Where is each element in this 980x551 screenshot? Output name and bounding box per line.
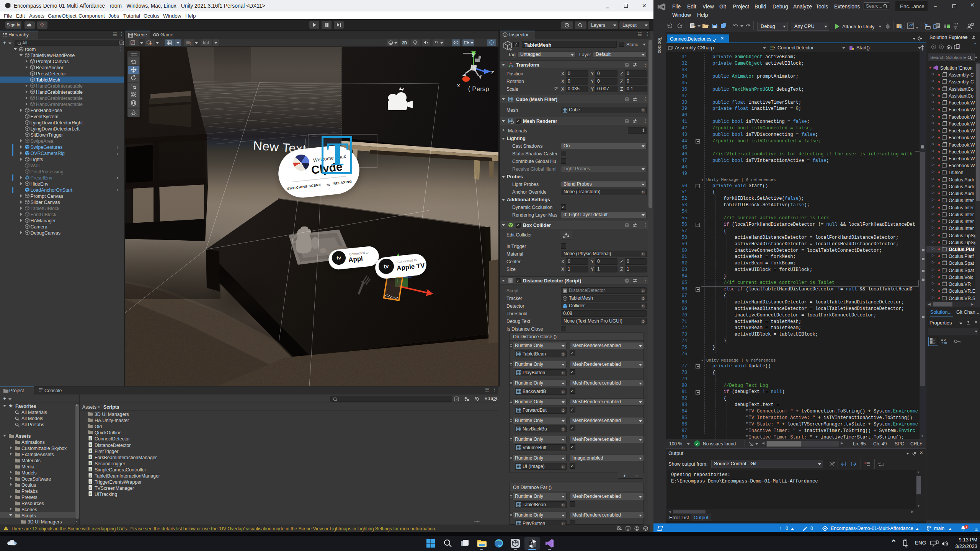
svg-text:?: ? [626, 279, 628, 283]
svg-text:x: x [457, 82, 460, 88]
svg-text:#: # [564, 289, 566, 293]
svg-text:?: ? [626, 223, 628, 227]
svg-text:A: A [941, 338, 943, 342]
svg-text:Z: Z [944, 338, 946, 342]
svg-text:?: ? [626, 119, 628, 123]
svg-text:z: z [491, 69, 494, 75]
svg-text:ab: ab [878, 462, 881, 465]
svg-text:?: ? [626, 98, 628, 101]
svg-text:#: # [510, 279, 511, 283]
svg-text:y: y [472, 51, 475, 57]
svg-text:⟨ Persp: ⟨ Persp [468, 85, 489, 93]
svg-text:?: ? [626, 63, 628, 67]
